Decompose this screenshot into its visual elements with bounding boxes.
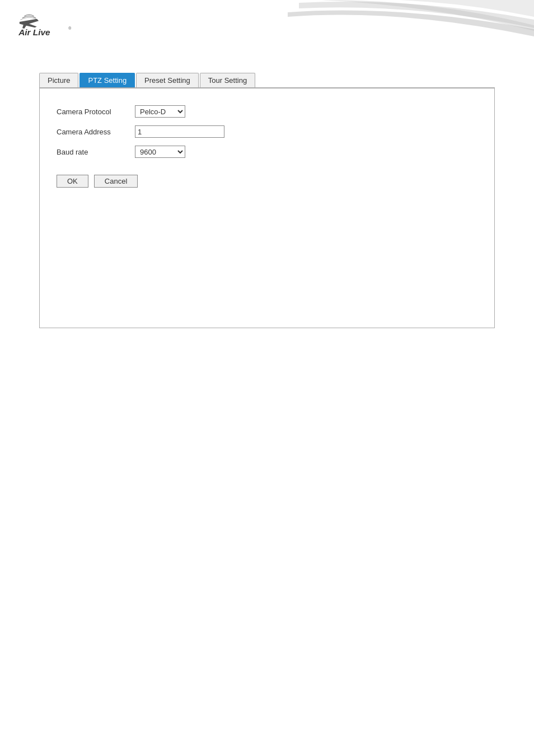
camera-protocol-group: Camera Protocol Pelco-D Pelco-P Samsung … (57, 105, 477, 118)
tab-preset-setting[interactable]: Preset Setting (136, 73, 199, 87)
camera-protocol-select[interactable]: Pelco-D Pelco-P Samsung Lilin (135, 105, 185, 118)
tab-picture[interactable]: Picture (39, 73, 78, 87)
cancel-button[interactable]: Cancel (94, 175, 138, 188)
tab-tour-setting[interactable]: Tour Setting (200, 73, 255, 87)
main-content: Picture PTZ Setting Preset Setting Tour … (0, 62, 534, 351)
header: Air Live ® (0, 0, 534, 62)
settings-panel: Camera Protocol Pelco-D Pelco-P Samsung … (39, 87, 495, 328)
svg-text:®: ® (68, 26, 71, 30)
header-decoration (254, 0, 534, 62)
baud-rate-group: Baud rate 1200 2400 4800 9600 19200 3840… (57, 146, 477, 158)
camera-address-group: Camera Address (57, 125, 477, 138)
ok-button[interactable]: OK (57, 175, 88, 188)
button-area: OK Cancel (57, 169, 477, 188)
camera-address-label: Camera Address (57, 128, 135, 136)
logo-area: Air Live ® (16, 10, 83, 44)
tab-ptz-setting[interactable]: PTZ Setting (79, 73, 135, 87)
airlive-logo: Air Live ® (16, 10, 83, 44)
svg-text:Air Live: Air Live (18, 27, 50, 37)
camera-address-input[interactable] (135, 125, 224, 138)
baud-rate-select[interactable]: 1200 2400 4800 9600 19200 38400 57600 11… (135, 146, 185, 158)
tab-bar: Picture PTZ Setting Preset Setting Tour … (39, 73, 495, 87)
camera-protocol-label: Camera Protocol (57, 108, 135, 116)
baud-rate-label: Baud rate (57, 148, 135, 156)
